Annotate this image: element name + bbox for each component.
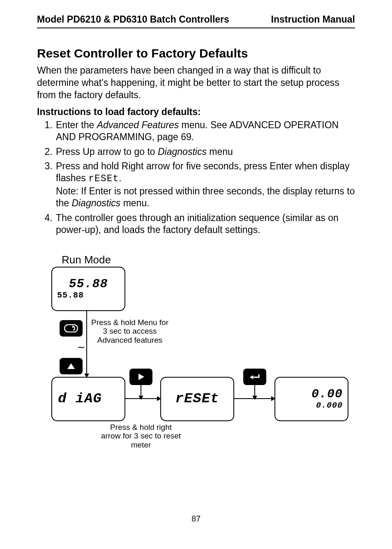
arrow-diag-to-reset <box>125 398 160 399</box>
screen-zero-big: 0.00 <box>311 388 343 401</box>
up-arrow-button-icon <box>60 358 83 374</box>
instructions-list: Enter the Advanced Features menu. See AD… <box>37 119 355 236</box>
screen-diag-text: d iAG <box>52 392 102 406</box>
step-1: Enter the Advanced Features menu. See AD… <box>55 119 355 143</box>
arrow-enter-btn-down-head <box>252 396 257 400</box>
break-squiggle-icon: ≀ <box>76 345 87 349</box>
instructions-subhead: Instructions to load factory defaults: <box>37 106 355 118</box>
svg-marker-3 <box>138 374 144 380</box>
header-left: Model PD6210 & PD6310 Batch Controllers <box>37 14 229 25</box>
screen-zero: 0.00 0.000 <box>274 377 348 421</box>
section-title: Reset Controller to Factory Defaults <box>37 46 355 60</box>
step-3: Press and hold Right arrow for five seco… <box>55 160 355 210</box>
right-arrow-button-icon <box>129 369 152 385</box>
menu-button-icon <box>60 320 83 337</box>
svg-rect-0 <box>65 325 78 332</box>
step-2-text-a: Press Up arrow to go to <box>56 146 158 157</box>
arrow-reset-to-zero <box>234 398 274 399</box>
step-2-text-c: menu <box>207 146 233 157</box>
header-right: Instruction Manual <box>271 14 355 25</box>
step-1-italic: Advanced Features <box>97 120 179 130</box>
intro-paragraph: When the parameters have been changed in… <box>37 65 355 101</box>
run-mode-label: Run Mode <box>62 254 111 266</box>
step-3-note-italic: Diagnostics <box>71 198 120 208</box>
arrow-right-btn-down-head <box>138 396 143 400</box>
page-number: 87 <box>0 514 392 524</box>
step-2: Press Up arrow to go to Diagnostics menu <box>55 146 355 158</box>
note-menu-hold: Press & hold Menu for 3 sec to access Ad… <box>90 318 170 345</box>
screen-run-small: 55.88 <box>52 291 84 300</box>
screen-reset: rESEt <box>160 377 234 421</box>
note-reset-hold: Press & hold right arrow for 3 sec to re… <box>101 423 181 450</box>
screen-run-big: 55.88 <box>52 278 125 291</box>
step-1-text-a: Enter the <box>56 120 97 130</box>
flow-diagram: Run Mode 55.88 55.88 ≀ Press & hold Menu… <box>37 254 355 468</box>
step-4: The controller goes through an initializ… <box>55 212 355 236</box>
page-header: Model PD6210 & PD6310 Batch Controllers … <box>37 14 355 28</box>
enter-button-icon <box>243 369 266 385</box>
step-3-note-c: menu. <box>120 198 149 208</box>
screen-diagnostics: d iAG <box>51 377 125 421</box>
screen-reset-text: rESEt <box>161 392 233 406</box>
step-3-text-c: . <box>119 173 121 183</box>
svg-marker-2 <box>67 363 75 369</box>
svg-marker-4 <box>250 375 253 379</box>
step-3-code: rESEt <box>88 173 119 184</box>
header-rule <box>37 28 355 28</box>
arrow-run-to-diag <box>86 311 87 377</box>
screen-run-mode: 55.88 55.88 <box>51 267 125 311</box>
screen-zero-small: 0.000 <box>316 401 343 410</box>
manual-page: Model PD6210 & PD6310 Batch Controllers … <box>0 0 392 549</box>
step-2-italic: Diagnostics <box>158 146 207 157</box>
